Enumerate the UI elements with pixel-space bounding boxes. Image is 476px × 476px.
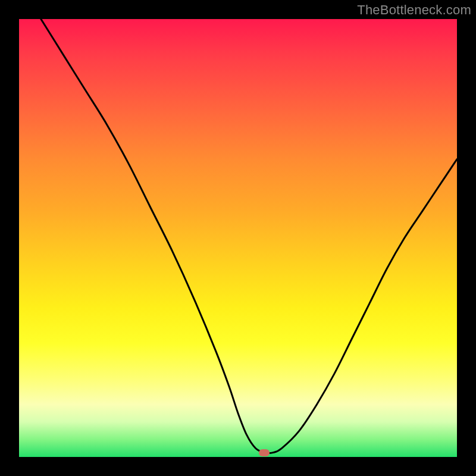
bottleneck-curve — [19, 19, 457, 457]
plot-area — [19, 19, 457, 457]
min-point-marker — [259, 449, 270, 456]
chart-frame: TheBottleneck.com — [0, 0, 476, 476]
attribution-label: TheBottleneck.com — [357, 2, 471, 18]
